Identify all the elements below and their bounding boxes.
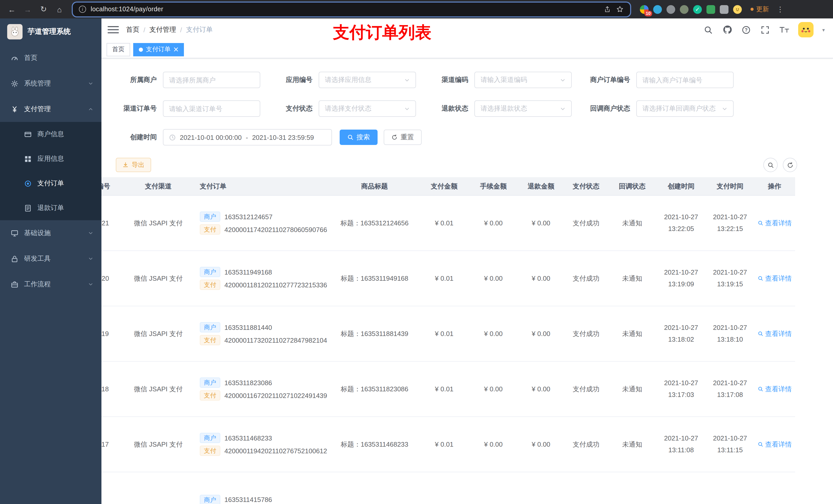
merchant-no: 1635311949168 (224, 268, 272, 276)
view-detail-link[interactable]: 查看详情 (757, 440, 792, 449)
search-icon[interactable] (704, 25, 714, 35)
orders-table: 编号 支付渠道 支付订单 商品标题 支付金额 手续金额 退款金额 支付状态 回调… (101, 177, 833, 504)
view-detail-link[interactable]: 查看详情 (757, 218, 792, 228)
extension-icon-drop[interactable] (653, 5, 662, 14)
extension-icon-check[interactable]: ✓ (693, 5, 702, 14)
tab-home[interactable]: 首页 (106, 43, 130, 56)
export-button[interactable]: 导出 (116, 158, 151, 172)
channel-order-no-input[interactable] (163, 100, 260, 117)
cell-order: 商户1635312124657 支付4200001174202110278060… (190, 209, 329, 237)
merchant-tag: 商户 (200, 495, 220, 504)
cell-id: 121 (101, 219, 127, 227)
merchant-tag: 商户 (200, 378, 220, 388)
reload-icon[interactable]: ↻ (38, 4, 49, 15)
sidebar-item-system[interactable]: 系统管理 (0, 71, 101, 96)
cell-fee: ¥ 0.00 (469, 330, 518, 338)
sidebar-item-label: 支付管理 (24, 104, 82, 114)
refresh-button[interactable] (783, 158, 797, 172)
sidebar-item-pay-order[interactable]: 支付订单 (0, 171, 101, 196)
chevron-down-icon (722, 106, 728, 112)
sidebar-item-label: 基础设施 (24, 229, 82, 238)
merchant-input[interactable] (163, 72, 260, 88)
grid-icon (24, 155, 32, 163)
breadcrumb-item[interactable]: 首页 (126, 25, 139, 34)
pay-status-select[interactable]: 请选择支付状态 (319, 100, 416, 117)
extension-icon-olive[interactable] (680, 5, 689, 14)
home-icon[interactable]: ⌂ (54, 4, 65, 15)
chevron-down-icon (88, 231, 93, 236)
browser-update-button[interactable]: 更新 (751, 5, 769, 14)
bookmark-star-icon[interactable] (616, 5, 624, 13)
monitor-icon (10, 229, 19, 237)
sidebar-item-refund-order[interactable]: 退款订单 (0, 196, 101, 220)
github-icon[interactable] (722, 25, 733, 35)
sidebar-item-dev-tools[interactable]: 研发工具 (0, 246, 101, 271)
sidebar-item-infra[interactable]: 基础设施 (0, 220, 101, 246)
cell-status: 支付成功 (564, 440, 608, 449)
date-separator: - (246, 134, 248, 141)
cell-action: 查看详情 (754, 384, 795, 393)
toggle-search-button[interactable] (763, 158, 778, 172)
column-header: 编号 (101, 182, 127, 191)
column-header: 手续金额 (469, 182, 518, 191)
extension-icon-colorful[interactable]: 10 (640, 5, 648, 14)
sidebar-item-app-info[interactable]: 应用信息 (0, 146, 101, 171)
fullscreen-icon[interactable] (760, 25, 770, 35)
tab-pay-order[interactable]: 支付订单 (133, 43, 184, 56)
profile-avatar-icon[interactable] (733, 5, 742, 14)
cell-pay-time: 2021-10-2713:22:15 (706, 212, 754, 235)
breadcrumb-item[interactable]: 支付管理 (149, 25, 176, 34)
channel-code-select[interactable]: 请输入渠道编码 (474, 72, 572, 88)
site-info-icon[interactable]: i (79, 6, 86, 13)
extension-icon-green-square[interactable] (707, 5, 715, 14)
search-button[interactable]: 搜索 (340, 129, 378, 145)
font-size-icon[interactable] (779, 25, 789, 35)
merchant-order-no-input[interactable] (636, 72, 734, 88)
lock-icon (10, 255, 19, 263)
browser-menu-icon[interactable]: ⋮ (776, 5, 785, 13)
sidebar-item-payment[interactable]: 支付管理 (0, 96, 101, 122)
notify-status-select[interactable]: 请选择订单回调商户状态 (636, 100, 734, 117)
user-avatar[interactable] (798, 22, 813, 38)
sidebar-item-label: 工作流程 (24, 280, 82, 289)
merchant-tag: 商户 (200, 433, 220, 443)
sidebar: 芋道管理系统 首页 系统管理 (0, 19, 101, 504)
cell-status: 支付成功 (564, 274, 608, 283)
cell-action: 查看详情 (754, 329, 795, 338)
sidebar-toggle-icon[interactable] (108, 24, 119, 35)
column-header: 支付状态 (564, 182, 608, 191)
view-detail-link[interactable]: 查看详情 (757, 329, 792, 338)
column-header: 支付金额 (420, 182, 469, 191)
cell-fee: ¥ 0.00 (469, 440, 518, 448)
chevron-down-icon[interactable]: ▾ (822, 27, 825, 32)
refund-status-select[interactable]: 请选择退款状态 (474, 100, 572, 117)
extensions-puzzle-icon[interactable] (720, 5, 729, 14)
merchant-no: 1635312124657 (224, 213, 272, 220)
sidebar-item-workflow[interactable]: 工作流程 (0, 271, 101, 297)
create-time-range-picker[interactable]: 2021-10-01 00:00:00 - 2021-10-31 23:59:5… (163, 129, 332, 145)
view-detail-link[interactable]: 查看详情 (757, 274, 792, 283)
content-area: 所属商户 应用编号 请选择应用信息 渠道编码 (101, 58, 833, 504)
breadcrumb: 首页 / 支付管理 / 支付订单 (126, 25, 213, 34)
close-icon[interactable] (174, 47, 178, 52)
cell-id: 120 (101, 274, 127, 282)
sidebar-submenu-payment: 商户信息 应用信息 支付订单 (0, 122, 101, 220)
field-label: 渠道订单号 (112, 104, 163, 113)
reset-button[interactable]: 重置 (384, 129, 422, 145)
column-header: 支付渠道 (127, 182, 190, 191)
back-icon[interactable]: ← (6, 4, 18, 15)
view-detail-link[interactable]: 查看详情 (757, 384, 792, 393)
help-icon[interactable]: ? (741, 25, 752, 35)
app-select[interactable]: 请选择应用信息 (319, 72, 416, 88)
cell-title: 标题：1635311823086 (329, 384, 420, 393)
cell-id: 117 (101, 440, 127, 448)
sidebar-item-home[interactable]: 首页 (0, 45, 101, 71)
table-row: 118 微信 JSAPI 支付 商户1635311823086 支付420000… (101, 362, 795, 417)
share-icon[interactable] (603, 5, 611, 13)
merchant-no: 1635311881440 (224, 323, 272, 331)
cell-amount: ¥ 0.01 (420, 385, 469, 393)
extension-icon-gray[interactable] (667, 5, 675, 14)
address-bar[interactable]: i localhost:1024/pay/order (73, 2, 630, 16)
sidebar-item-merchant-info[interactable]: 商户信息 (0, 122, 101, 146)
forward-icon[interactable]: → (22, 4, 33, 15)
